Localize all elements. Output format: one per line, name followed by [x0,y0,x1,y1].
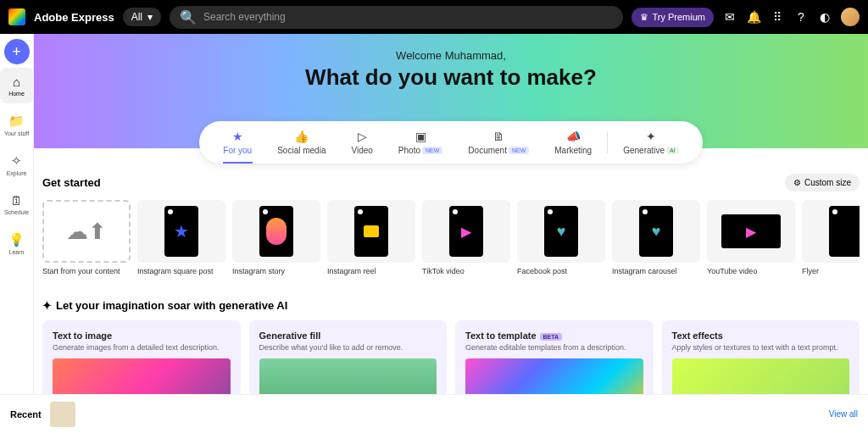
sidebar-item-your-stuff[interactable]: 📁 Your stuff [0,107,34,143]
try-premium-label: Try Premium [652,12,705,22]
sidebar-item-label: Your stuff [4,130,29,136]
cc-icon[interactable]: ◐ [817,10,832,24]
category-icon: 🗎 [492,130,504,143]
ai-card-generative-fill[interactable]: Generative fillDescribe what you'd like … [249,320,448,394]
sidebar-item-label: Explore [7,170,27,176]
category-tab-for-you[interactable]: ★For you [213,128,262,157]
apps-icon[interactable]: ⠿ [770,10,785,24]
sidebar-item-label: Home [8,91,25,97]
folder-icon: 📁 [8,114,25,129]
template-card-ig-reel[interactable]: Instagram reel [327,200,415,275]
template-card-fb[interactable]: ♥Facebook post [517,200,605,275]
ai-card-title: Generative fill [259,330,437,341]
template-thumb [802,200,860,263]
welcome-text: Welcome Muhammad, [396,49,506,62]
category-icon: ✦ [646,130,656,143]
template-label: Instagram carousel [612,267,700,275]
category-tab-social-media[interactable]: 👍Social media [267,128,336,157]
category-tab-document[interactable]: 🗎DocumentNEW [458,128,539,157]
compass-icon: ✧ [11,153,22,169]
ai-card-image [53,358,231,394]
template-thumb [327,200,415,263]
sidebar-item-learn[interactable]: 💡 Learn [0,225,34,262]
video-icon [364,225,379,237]
recent-thumbnail[interactable] [50,402,75,427]
star-icon: ★ [174,221,189,241]
sidebar-item-home[interactable]: ⌂ Home [0,68,34,103]
badge: NEW [509,147,529,154]
category-label: Video [351,146,372,155]
template-card-ig-story[interactable]: Instagram story [232,200,320,275]
category-tab-marketing[interactable]: 📣Marketing [544,128,602,157]
play-icon: ▶ [746,224,756,240]
category-tab-video[interactable]: ▷Video [341,128,382,157]
category-label: For you [223,146,252,155]
get-started-title: Get started [42,176,101,189]
custom-size-label: Custom size [804,178,851,187]
template-label: TikTok video [422,267,510,275]
sparkle-icon: ✦ [42,299,52,312]
ai-card-text-to-image[interactable]: Text to imageGenerate images from a deta… [42,320,241,394]
create-button[interactable]: + [4,39,30,64]
search-input[interactable] [203,11,613,23]
ai-section-title: ✦ Let your imagination soar with generat… [42,299,868,312]
sidebar: + ⌂ Home 📁 Your stuff ✧ Explore 🗓 Schedu… [0,34,34,394]
hero-banner: Welcome Muhammad, What do you want to ma… [34,34,868,148]
bell-icon[interactable]: 🔔 [746,10,761,24]
adobe-logo [8,8,25,25]
category-tab-generative[interactable]: ✦GenerativeAI [613,128,689,157]
main-content: Welcome Muhammad, What do you want to ma… [34,34,868,394]
chevron-down-icon: ▾ [147,11,153,23]
custom-size-button[interactable]: ⚙ Custom size [785,174,860,192]
ai-card-desc: Generate editable templates from a descr… [465,343,643,352]
upload-icon: ☁⬆ [66,219,107,245]
template-card-ig-carousel[interactable]: ♥Instagram carousel [612,200,700,275]
shape-icon [266,218,287,245]
ai-card-desc: Generate images from a detailed text des… [53,343,231,352]
ai-card-desc: Describe what you'd like to add or remov… [259,343,437,352]
template-card-flyer[interactable]: Flyer [802,200,860,275]
recent-bar: Recent View all [0,394,868,433]
avatar[interactable] [841,8,860,26]
badge: NEW [422,147,442,154]
template-thumb: ☁⬆ [42,200,131,263]
ai-card-desc: Apply styles or textures to text with a … [672,343,850,352]
search-filter[interactable]: All ▾ [123,8,161,26]
crown-icon: ♛ [640,12,648,23]
category-icon: 📣 [566,130,581,143]
help-icon[interactable]: ? [793,10,809,24]
sidebar-item-explore[interactable]: ✧ Explore [0,147,34,183]
category-label: Social media [277,146,326,155]
category-icon: 👍 [294,130,309,143]
ai-card-text-to-template[interactable]: Text to templateBETAGenerate editable te… [455,320,654,394]
sidebar-item-schedule[interactable]: 🗓 Schedule [0,186,34,222]
topbar: Adobe Express All ▾ 🔍 ♛ Try Premium ✉ 🔔 … [0,0,868,34]
template-label: Instagram story [232,267,320,275]
ai-card-image [672,358,850,394]
search-bar[interactable]: 🔍 [170,6,623,29]
ai-card-image [465,358,643,394]
template-card-yt[interactable]: ▶YouTube video [707,200,795,275]
template-row[interactable]: ☁⬆Start from your content★Instagram squa… [42,200,860,275]
sidebar-item-label: Schedule [4,209,29,215]
try-premium-button[interactable]: ♛ Try Premium [632,8,714,27]
template-label: Facebook post [517,267,605,275]
template-card-ig-post[interactable]: ★Instagram square post [137,200,225,275]
template-label: YouTube video [707,267,795,275]
category-label: Marketing [554,146,592,155]
get-started-section: Get started ⚙ Custom size ☁⬆Start from y… [34,148,868,284]
category-tab-photo[interactable]: ▣PhotoNEW [388,128,453,157]
template-card-upload[interactable]: ☁⬆Start from your content [42,200,131,275]
template-card-tiktok[interactable]: ▶TikTok video [422,200,510,275]
view-all-link[interactable]: View all [829,409,858,419]
template-thumb: ♥ [517,200,605,263]
category-tabs: ★For you👍Social media▷Video▣PhotoNEW🗎Doc… [199,121,702,164]
inbox-icon[interactable]: ✉ [722,10,737,24]
heart-icon: ♥ [652,223,661,241]
template-thumb: ★ [137,200,225,263]
ai-card-text-effects[interactable]: Text effectsApply styles or textures to … [662,320,860,394]
category-icon: ★ [232,130,243,143]
ai-card-title: Text to image [53,330,231,341]
calendar-icon: 🗓 [10,193,23,208]
category-label: Generative [623,146,665,155]
